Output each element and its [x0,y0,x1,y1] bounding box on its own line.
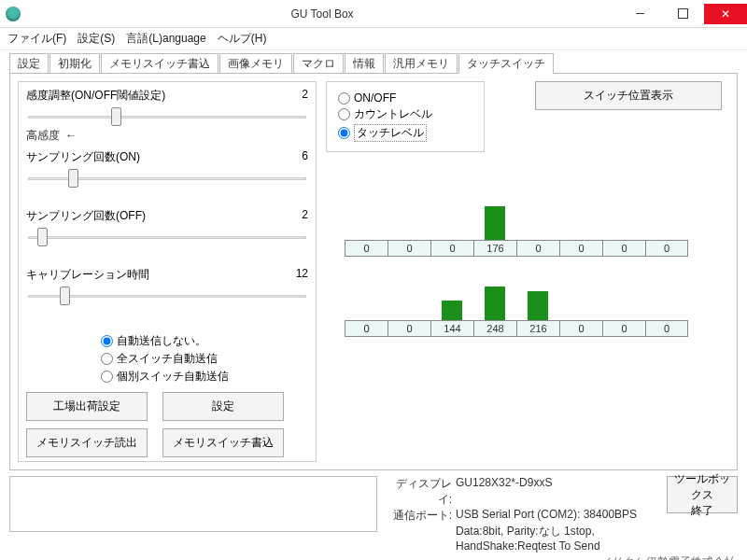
read-button[interactable]: メモリスイッチ読出 [26,428,148,457]
radio-tx-none[interactable]: 自動送信しない。 [101,333,308,349]
show-position-button[interactable]: スイッチ位置表示 [535,81,722,110]
port-value: USB Serial Port (COM2): 38400BPS [456,508,637,524]
bar-value: 216 [516,320,559,337]
left-pane: 感度調整(ON/OFF閾値設定)2 高感度 ← サンプリング回数(ON)6 サン… [18,81,317,462]
menu-help[interactable]: ヘルプ(H) [218,31,267,47]
high-sens-label: 高感度 [26,129,60,142]
window-title: GU Tool Box [26,7,618,21]
sampling-on-value: 6 [302,149,308,165]
sampling-on-label: サンプリング回数(ON) [26,149,140,165]
maximize-button[interactable] [661,4,704,24]
sensitivity-label: 感度調整(ON/OFF閾値設定) [26,88,165,104]
radio-tx-each[interactable]: 個別スイッチ自動送信 [101,369,308,385]
menubar: ファイル(F) 設定(S) 言語(L)anguage ヘルプ(H) [0,28,747,50]
bar-value: 144 [430,320,473,337]
bar-value: 0 [645,240,688,257]
sensitivity-value: 2 [302,88,308,104]
factory-button[interactable]: 工場出荷設定 [26,392,148,421]
app-icon [6,7,21,21]
tab-general-mem[interactable]: 汎用メモリ [385,53,458,74]
calib-value: 12 [296,267,308,283]
radio-touch[interactable]: タッチレベル [338,124,472,142]
tab-settings[interactable]: 設定 [9,53,49,74]
sensitivity-slider[interactable] [26,105,308,128]
radio-count[interactable]: カウントレベル [338,106,472,122]
bar-value: 0 [559,320,602,337]
radio-onoff[interactable]: ON/OFF [338,91,472,105]
footer: ノリタケ伊勢電子株式会社 [0,553,747,560]
info-box: ディスプレイ:GU128X32*-D9xxS 通信ポート:USB Serial … [387,476,657,553]
radio-tx-all[interactable]: 全スイッチ自動送信 [101,351,308,367]
close-button[interactable] [704,4,747,24]
bar-value: 0 [602,240,645,257]
tab-macro[interactable]: マクロ [293,53,344,74]
sampling-off-value: 2 [302,208,308,224]
menu-language[interactable]: 言語(L)anguage [126,31,205,47]
sampling-off-slider[interactable] [26,226,308,248]
bar-value: 0 [388,320,430,337]
bar-value: 0 [345,320,388,337]
bar-value: 176 [473,240,516,257]
tab-init[interactable]: 初期化 [49,53,100,74]
mode-radio-group: ON/OFF カウントレベル タッチレベル [326,81,485,152]
bar-value: 0 [602,320,645,337]
display-label: ディスプレイ: [387,476,452,508]
tab-memswitch-write[interactable]: メモリスイッチ書込 [101,53,218,74]
bar-value: 0 [645,320,688,337]
titlebar: GU Tool Box [0,0,747,28]
right-pane: ON/OFF カウントレベル タッチレベル スイッチ位置表示 000176000… [326,81,729,462]
port-line2: Data:8bit, Parity:なし 1stop, [456,524,595,539]
tab-info[interactable]: 情報 [345,53,384,74]
status-box [9,476,377,532]
menu-settings[interactable]: 設定(S) [78,31,115,47]
display-value: GU128X32*-D9xxS [456,476,552,508]
tab-touch-switch[interactable]: タッチスイッチ [458,53,554,74]
tab-image-mem[interactable]: 画像メモリ [219,53,292,74]
write-button[interactable]: メモリスイッチ書込 [162,428,284,457]
tab-strip: 設定 初期化 メモリスイッチ書込 画像メモリ マクロ 情報 汎用メモリ タッチス… [9,52,738,73]
tab-panel: 感度調整(ON/OFF閾値設定)2 高感度 ← サンプリング回数(ON)6 サン… [9,73,738,470]
set-button[interactable]: 設定 [162,392,284,421]
minimize-button[interactable] [618,4,661,24]
sampling-on-slider[interactable] [26,167,308,189]
calib-label: キャリブレーション時間 [26,267,149,283]
bar-charts: 0001760000 00144248216000 [345,203,688,337]
bar-value: 0 [345,240,388,257]
arrow-left-icon: ← [65,129,77,142]
sampling-off-label: サンプリング回数(OFF) [26,208,146,224]
port-label: 通信ポート: [387,508,452,524]
bar-value: 0 [430,240,473,257]
port-line3: HandShake:Reqtest To Send [456,539,600,553]
calib-slider[interactable] [26,285,308,307]
bar-value: 0 [559,240,602,257]
bar-value: 248 [473,320,516,337]
bar-value: 0 [516,240,559,257]
menu-file[interactable]: ファイル(F) [7,31,66,47]
exit-button[interactable]: ツールボックス 終了 [667,476,738,513]
bar-value: 0 [388,240,430,257]
